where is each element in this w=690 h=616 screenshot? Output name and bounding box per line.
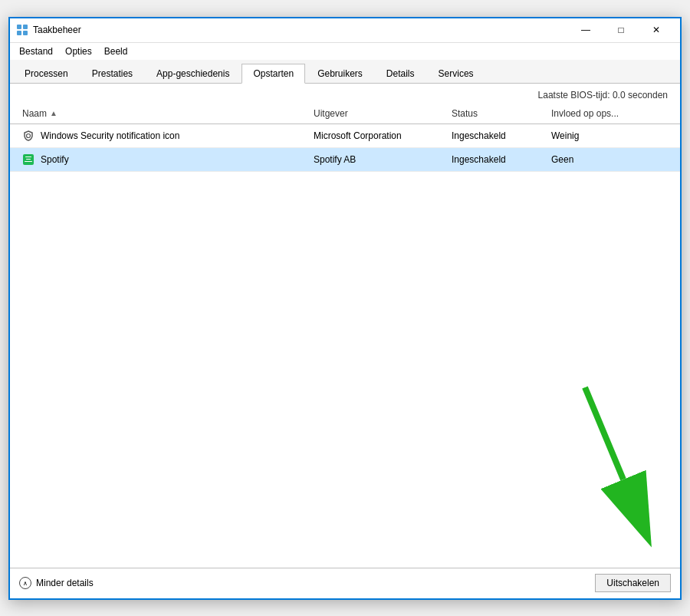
minder-details-label: Minder details <box>36 578 94 588</box>
cell-naam-0: Windows Security notification icon <box>16 124 307 147</box>
chevron-circle-icon: ∧ <box>19 577 31 589</box>
cell-impact-1: Geen <box>545 148 674 171</box>
title-bar: Taakbeheer — □ ✕ <box>10 18 680 43</box>
sort-arrow-naam: ▲ <box>50 109 58 117</box>
menu-bar: Bestand Opties Beeld <box>10 43 680 60</box>
svg-rect-1 <box>23 25 28 29</box>
svg-rect-2 <box>17 31 21 35</box>
col-status[interactable]: Status <box>445 104 545 124</box>
col-naam[interactable]: Naam ▲ <box>16 104 307 124</box>
svg-point-4 <box>27 133 31 137</box>
cell-status-1: Ingeschakeld <box>445 148 545 171</box>
table-row[interactable]: Windows Security notification icon Micro… <box>10 124 680 148</box>
bios-label: Laatste BIOS-tijd: <box>538 90 610 100</box>
tab-services[interactable]: Services <box>427 64 485 84</box>
svg-rect-3 <box>23 31 28 35</box>
cell-naam-1: Spotify <box>16 148 307 171</box>
window-title: Taakbeheer <box>33 25 568 35</box>
main-body: Naam ▲ Uitgever Status Invloed op ops... <box>10 104 680 568</box>
bios-row: Laatste BIOS-tijd: 0.0 seconden <box>10 84 680 104</box>
tab-prestaties[interactable]: Prestaties <box>80 64 144 84</box>
tab-opstarten[interactable]: Opstarten <box>242 64 305 84</box>
cell-publisher-1: Spotify AB <box>307 148 445 171</box>
cell-publisher-0: Microsoft Corporation <box>307 124 445 147</box>
window-controls: — □ ✕ <box>568 18 674 42</box>
table-header: Naam ▲ Uitgever Status Invloed op ops... <box>10 104 680 124</box>
col-invloed[interactable]: Invloed op ops... <box>545 104 674 124</box>
tab-gebruikers[interactable]: Gebruikers <box>306 64 374 84</box>
tabs-bar: Processen Prestaties App-geschiedenis Op… <box>10 60 680 84</box>
cell-status-0: Ingeschakeld <box>445 124 545 147</box>
bottom-bar: ∧ Minder details Uitschakelen <box>10 568 680 598</box>
minimize-button[interactable]: — <box>568 18 603 42</box>
spotify-icon <box>22 153 34 166</box>
menu-item-opties[interactable]: Opties <box>59 44 98 58</box>
content-area: Laatste BIOS-tijd: 0.0 seconden Naam ▲ U… <box>10 84 680 568</box>
cell-impact-0: Weinig <box>545 124 674 147</box>
table-body: Windows Security notification icon Micro… <box>10 124 680 568</box>
menu-item-beeld[interactable]: Beeld <box>98 44 134 58</box>
maximize-button[interactable]: □ <box>603 18 639 42</box>
table-container: Naam ▲ Uitgever Status Invloed op ops... <box>10 104 680 568</box>
shield-icon <box>22 130 34 142</box>
table-row[interactable]: Spotify Spotify AB Ingeschakeld Geen <box>10 148 680 172</box>
uitschakelen-button[interactable]: Uitschakelen <box>595 574 671 592</box>
tab-app-geschiedenis[interactable]: App-geschiedenis <box>145 64 241 84</box>
close-button[interactable]: ✕ <box>639 18 674 42</box>
svg-rect-0 <box>17 25 21 29</box>
main-window: Taakbeheer — □ ✕ Bestand Opties Beeld Pr… <box>8 17 682 600</box>
menu-item-bestand[interactable]: Bestand <box>13 44 59 58</box>
app-icon <box>16 24 28 36</box>
tab-processen[interactable]: Processen <box>13 64 80 84</box>
bios-value: 0.0 seconden <box>613 90 668 100</box>
minder-details-button[interactable]: ∧ Minder details <box>19 577 94 589</box>
col-uitgever[interactable]: Uitgever <box>307 104 445 124</box>
tab-details[interactable]: Details <box>375 64 426 84</box>
